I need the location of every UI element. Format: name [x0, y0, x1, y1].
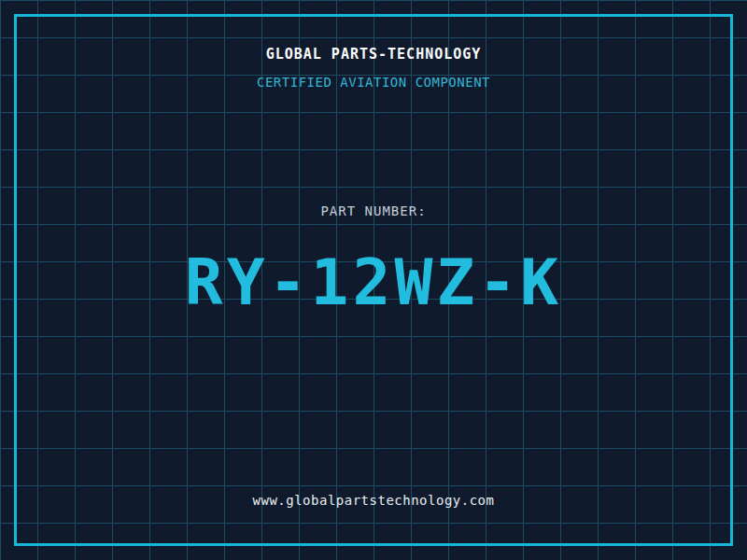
part-number-label: PART NUMBER:	[0, 203, 747, 218]
website-url: www.globalpartstechnology.com	[0, 493, 747, 508]
part-certificate-page: GLOBAL PARTS-TECHNOLOGY CERTIFIED AVIATI…	[0, 0, 747, 560]
company-title: GLOBAL PARTS-TECHNOLOGY	[0, 46, 747, 63]
part-number-value: RY-12WZ-K	[0, 245, 747, 319]
certification-subtitle: CERTIFIED AVIATION COMPONENT	[0, 75, 747, 90]
